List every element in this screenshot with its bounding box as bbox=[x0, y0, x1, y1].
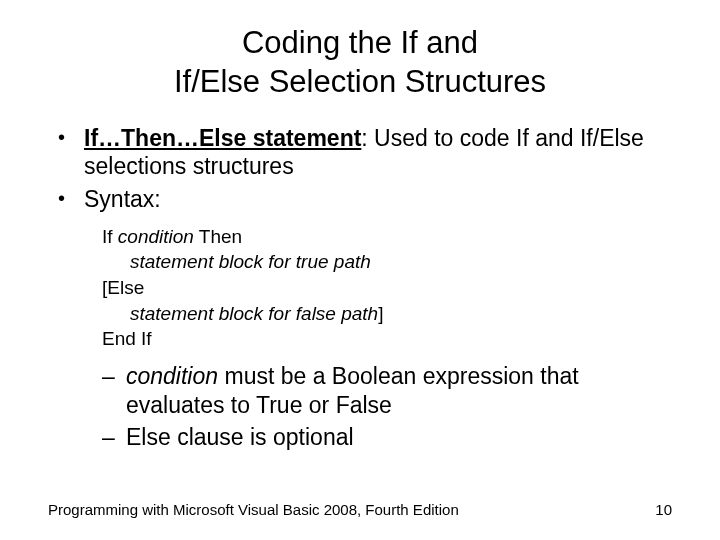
sub-bullet-1: condition must be a Boolean expression t… bbox=[102, 362, 672, 420]
syntax-line-3: [Else bbox=[102, 275, 672, 301]
syntax-l1b: condition bbox=[118, 226, 194, 247]
body: If…Then…Else statement: Used to code If … bbox=[48, 124, 672, 453]
syntax-l1a: If bbox=[102, 226, 118, 247]
syntax-line-4: statement block for false path] bbox=[130, 301, 672, 327]
top-bullets: If…Then…Else statement: Used to code If … bbox=[48, 124, 672, 214]
sub-bullets: condition must be a Boolean expression t… bbox=[48, 362, 672, 452]
slide: Coding the If and If/Else Selection Stru… bbox=[0, 0, 720, 540]
page-title: Coding the If and If/Else Selection Stru… bbox=[48, 24, 672, 102]
bullet-2-text: Syntax: bbox=[84, 186, 161, 212]
sub-bullet-2: Else clause is optional bbox=[102, 423, 672, 452]
syntax-l4b: ] bbox=[378, 303, 383, 324]
syntax-line-2: statement block for true path bbox=[130, 249, 672, 275]
sub-2-text: Else clause is optional bbox=[126, 424, 354, 450]
syntax-line-1: If condition Then bbox=[102, 224, 672, 250]
syntax-l4a: statement block for false path bbox=[130, 303, 378, 324]
sub-1-em: condition bbox=[126, 363, 218, 389]
bullet-1: If…Then…Else statement: Used to code If … bbox=[58, 124, 672, 182]
title-line-2: If/Else Selection Structures bbox=[174, 64, 546, 99]
syntax-line-5: End If bbox=[102, 326, 672, 352]
footer-source: Programming with Microsoft Visual Basic … bbox=[48, 501, 459, 518]
syntax-block: If condition Then statement block for tr… bbox=[102, 224, 672, 352]
title-line-1: Coding the If and bbox=[242, 25, 478, 60]
bullet-1-term: If…Then…Else statement bbox=[84, 125, 361, 151]
syntax-l1c: Then bbox=[194, 226, 242, 247]
page-number: 10 bbox=[655, 501, 672, 518]
bullet-2: Syntax: bbox=[58, 185, 672, 214]
